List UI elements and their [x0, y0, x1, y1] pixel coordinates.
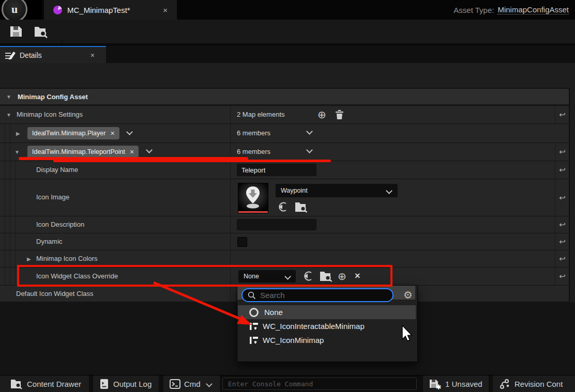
- widget-blueprint-icon: [250, 322, 258, 331]
- row-teleportpoint-element[interactable]: ▼ IdealTwin.Minimap.TeleportPoint × 6 me…: [0, 143, 569, 161]
- expand-arrow-icon[interactable]: ▼: [14, 149, 20, 155]
- row-player-element[interactable]: ▶ IdealTwin.Minimap.Player × 6 members: [0, 124, 569, 143]
- unreal-logo-icon: u: [2, 0, 27, 20]
- chevron-down-icon: [386, 187, 392, 194]
- search-icon: [248, 291, 256, 300]
- cmd-label: Cmd: [184, 380, 201, 388]
- row-minimap-icon-colors[interactable]: ▶ Minimap Icon Colors ↩: [0, 250, 569, 267]
- class-option-none[interactable]: None: [238, 305, 416, 319]
- dynamic-checkbox[interactable]: [237, 237, 247, 247]
- row-display-name[interactable]: Display Name Teleport ↩: [0, 161, 569, 179]
- row-label: Icon Image: [36, 193, 69, 201]
- reset-to-default-icon[interactable]: ↩: [555, 216, 569, 233]
- map-elements-count: 2 Map elements: [237, 111, 285, 118]
- icon-image-dropdown[interactable]: Waypoint: [276, 184, 398, 197]
- details-tab[interactable]: Details ×: [0, 46, 106, 63]
- chevron-down-icon: [284, 273, 291, 280]
- row-label: Default Icon Widget Class: [16, 290, 94, 297]
- reset-to-default-icon[interactable]: ↩: [555, 179, 569, 216]
- expand-arrow-icon[interactable]: ▼: [6, 112, 11, 118]
- reset-to-default-icon[interactable]: ↩: [555, 268, 569, 285]
- row-icon-description[interactable]: Icon Description ↩: [0, 216, 569, 233]
- chevron-down-icon[interactable]: [306, 147, 313, 153]
- tag-name: IdealTwin.Minimap.Player: [32, 130, 105, 137]
- clear-icon[interactable]: ×: [355, 271, 360, 280]
- column-divider: [230, 250, 231, 267]
- add-icon[interactable]: ⊕: [338, 271, 346, 281]
- row-icon-widget-class-override[interactable]: Icon Widget Class Override None ⊕ × ↩: [0, 268, 569, 285]
- details-icon: [5, 51, 16, 60]
- option-label: WC_IconMinimap: [263, 336, 324, 344]
- category-minimap-config-asset[interactable]: ▼ Minimap Config Asset: [0, 89, 569, 104]
- asset-type-value[interactable]: MinimapConfigAsset: [497, 5, 569, 14]
- widget-class-dropdown[interactable]: None: [238, 270, 296, 283]
- settings-gear-icon[interactable]: ⚙: [403, 290, 413, 300]
- column-divider: [230, 124, 231, 143]
- delete-elements-icon[interactable]: [336, 110, 343, 119]
- column-divider: [230, 179, 231, 216]
- cmd-button[interactable]: Cmd: [163, 375, 220, 392]
- reset-to-default-icon[interactable]: ↩: [555, 106, 569, 123]
- browse-to-asset-icon[interactable]: [320, 270, 333, 282]
- collapsed-arrow-icon[interactable]: ▶: [27, 256, 31, 262]
- terminal-icon: [170, 379, 180, 389]
- row-minimap-icon-settings[interactable]: ▼ Minimap Icon Settings 2 Map elements ⊕…: [0, 106, 569, 123]
- class-option-wc-iconinteractableminimap[interactable]: WC_IconInteractableMinimap: [238, 319, 416, 333]
- chevron-down-icon[interactable]: [146, 147, 153, 153]
- data-asset-icon: [53, 6, 62, 14]
- reset-to-default-icon[interactable]: ↩: [555, 250, 569, 267]
- row-label: Minimap Icon Colors: [36, 255, 98, 262]
- reset-to-default-icon[interactable]: ↩: [555, 161, 569, 179]
- content-drawer-button[interactable]: Content Drawer: [0, 375, 89, 392]
- add-element-icon[interactable]: ⊕: [317, 109, 326, 120]
- unreal-logo-area[interactable]: u: [0, 0, 41, 20]
- icon-image-value: Waypoint: [281, 187, 308, 194]
- output-log-icon: [99, 379, 109, 389]
- icon-description-field[interactable]: [237, 219, 316, 230]
- console-command-input[interactable]: Enter Console Command: [222, 378, 417, 390]
- collapsed-arrow-icon[interactable]: ▶: [16, 131, 20, 136]
- reset-to-default-icon[interactable]: ↩: [555, 143, 569, 161]
- row-label: Display Name: [36, 166, 78, 174]
- reset-to-default-icon[interactable]: ↩: [555, 233, 569, 250]
- scrollbar[interactable]: [569, 88, 575, 302]
- title-bar: u MC_MinimapTest* × Asset Type: MinimapC…: [0, 0, 575, 20]
- category-title: Minimap Config Asset: [18, 93, 88, 101]
- row-dynamic[interactable]: Dynamic ↩: [0, 233, 569, 250]
- browse-to-asset-icon[interactable]: [34, 25, 49, 38]
- asset-tab-title: MC_MinimapTest*: [67, 6, 130, 14]
- output-log-button[interactable]: Output Log: [93, 375, 159, 392]
- members-count: 6 members: [237, 129, 270, 137]
- gameplay-tag-chip[interactable]: IdealTwin.Minimap.Player ×: [27, 127, 119, 139]
- column-divider: [230, 216, 231, 233]
- tab-close-icon[interactable]: ×: [163, 6, 168, 14]
- remove-tag-icon[interactable]: ×: [130, 148, 134, 156]
- chevron-down-icon[interactable]: [306, 128, 313, 135]
- class-search-input[interactable]: Search: [241, 288, 394, 302]
- console-placeholder: Enter Console Command: [228, 380, 313, 388]
- row-icon-image[interactable]: Icon Image Waypoint ↩: [0, 179, 569, 216]
- save-asterisk-icon: ✱: [429, 379, 441, 389]
- revision-label: Revision Cont: [515, 380, 563, 388]
- asset-thumbnail[interactable]: [238, 183, 268, 213]
- details-close-icon[interactable]: ×: [90, 52, 95, 59]
- gameplay-tag-chip[interactable]: IdealTwin.Minimap.TeleportPoint ×: [27, 146, 139, 158]
- revision-control-button[interactable]: Revision Cont: [493, 375, 575, 392]
- asset-tab[interactable]: MC_MinimapTest* ×: [44, 0, 177, 20]
- browse-to-asset-icon[interactable]: [295, 201, 308, 213]
- chevron-down-icon[interactable]: [126, 129, 133, 135]
- unsaved-button[interactable]: ✱ 1 Unsaved: [423, 375, 489, 392]
- content-drawer-icon: [10, 378, 23, 389]
- row-label: Minimap Icon Settings: [17, 111, 83, 118]
- class-option-wc-iconminimap[interactable]: WC_IconMinimap: [238, 333, 416, 347]
- remove-tag-icon[interactable]: ×: [110, 129, 114, 137]
- save-icon[interactable]: [9, 25, 23, 38]
- expand-arrow-icon[interactable]: ▼: [6, 94, 11, 100]
- column-divider: [230, 106, 231, 123]
- use-selected-asset-icon[interactable]: [303, 271, 314, 281]
- column-divider: [230, 233, 231, 250]
- use-selected-asset-icon[interactable]: [278, 201, 289, 212]
- display-name-field[interactable]: Teleport: [237, 164, 316, 176]
- output-log-label: Output Log: [113, 380, 152, 388]
- row-label: Icon Widget Class Override: [36, 272, 118, 280]
